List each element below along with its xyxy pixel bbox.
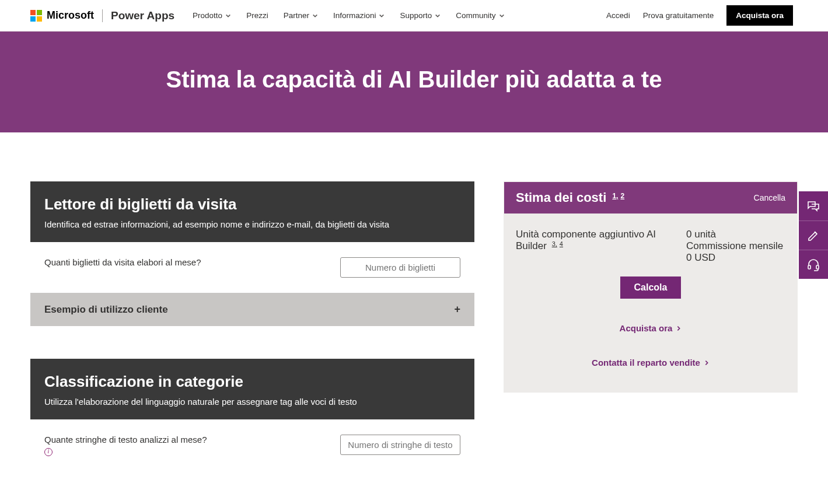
nav-item-label: Supporto [400,11,432,20]
nav-item-label: Informazioni [333,11,376,20]
clear-button[interactable]: Cancella [754,193,785,202]
nav-item-community[interactable]: Community [448,0,512,32]
headset-icon [806,258,820,272]
buy-now-header-button[interactable]: Acquista ora [726,5,793,26]
svg-rect-0 [808,265,810,269]
nav-item-label: Partner [284,11,309,20]
footnote-ref-2[interactable]: 2 [620,192,624,200]
nav-item-label: Community [456,11,495,20]
card-description: Utilizza l'elaborazione del linguaggio n… [44,397,460,407]
chevron-down-icon [312,13,318,19]
card-business-card-reader: Lettore di biglietti da visita Identific… [30,181,474,326]
chat-button[interactable] [799,191,828,220]
accordion-label: Esempio di utilizzo cliente [44,304,168,316]
calculate-button[interactable]: Calcola [620,276,682,299]
card-description: Identifica ed estrae informazioni, ad es… [44,219,460,229]
addon-unit-label: Unità componente aggiuntivo AI Builder 3… [516,229,663,264]
footnote-ref-4[interactable]: 4 [560,240,563,247]
brand-title[interactable]: Power Apps [111,9,174,22]
chevron-down-icon [379,13,385,19]
support-button[interactable] [799,250,828,279]
side-action-rail [799,191,828,279]
customer-example-accordion[interactable]: Esempio di utilizzo cliente + [30,293,474,326]
calculator-cards: Lettore di biglietti da visita Identific… [30,181,474,504]
cost-values: 0 unità Commissione mensile 0 USD [686,229,785,264]
nav-right: Accedi Prova gratuitamente Acquista ora [606,5,793,26]
cost-title: Stima dei costi 1,2 [516,190,624,205]
footnote-ref-1[interactable]: 1, [612,192,618,200]
monthly-fee-value: Commissione mensile 0 USD [686,240,785,264]
contact-sales-link[interactable]: Contatta il reparto vendite [516,358,785,368]
chat-icon [806,199,820,213]
text-strings-count-input[interactable] [340,435,460,455]
nav-item-prezzi[interactable]: Prezzi [239,0,276,32]
card-header: Classificazione in categorie Utilizza l'… [30,359,474,419]
card-title: Lettore di biglietti da visita [44,195,460,214]
buy-now-link[interactable]: Acquista ora [516,323,785,333]
buy-now-text: Acquista ora [620,323,673,333]
microsoft-text: Microsoft [47,9,94,22]
chevron-down-icon [499,13,505,19]
info-icon[interactable] [44,448,53,456]
pencil-icon [806,229,820,243]
card-question: Quante stringhe di testo analizzi al mes… [44,435,207,444]
cost-estimate-panel: Stima dei costi 1,2 Cancella Unità compo… [504,181,798,393]
top-nav: Microsoft Power Apps Prodotto Prezzi Par… [0,0,828,32]
nav-item-supporto[interactable]: Supporto [392,0,448,32]
card-header: Lettore di biglietti da visita Identific… [30,181,474,242]
cost-row: Unità componente aggiuntivo AI Builder 3… [516,229,785,264]
feedback-button[interactable] [799,220,828,250]
chevron-down-icon [225,13,231,19]
footnote-ref-3[interactable]: 3, [552,240,557,247]
addon-unit-text: Unità componente aggiuntivo AI Builder [516,229,656,251]
chevron-right-icon [704,360,710,366]
units-value: 0 unità [686,229,785,240]
nav-item-label: Prezzi [246,11,268,20]
microsoft-logo[interactable]: Microsoft [30,9,94,22]
nav-items: Prodotto Prezzi Partner Informazioni Sup… [185,0,512,32]
cost-body: Unità componente aggiuntivo AI Builder 3… [504,214,797,392]
signin-link[interactable]: Accedi [606,11,630,20]
cost-header: Stima dei costi 1,2 Cancella [504,182,797,214]
card-question: Quanti biglietti da visita elabori al me… [44,257,201,267]
card-body: Quanti biglietti da visita elabori al me… [30,242,474,293]
svg-rect-1 [816,265,819,269]
card-title: Classificazione in categorie [44,373,460,391]
nav-item-partner[interactable]: Partner [276,0,326,32]
cost-card: Stima dei costi 1,2 Cancella Unità compo… [504,181,798,393]
page-title: Stima la capacità di AI Builder più adat… [12,66,816,93]
nav-item-prodotto[interactable]: Prodotto [185,0,239,32]
question-wrapper: Quante stringhe di testo analizzi al mes… [44,435,207,459]
card-category-classification: Classificazione in categorie Utilizza l'… [30,359,474,474]
hero-banner: Stima la capacità di AI Builder più adat… [0,32,828,132]
try-free-link[interactable]: Prova gratuitamente [643,11,714,20]
nav-item-informazioni[interactable]: Informazioni [326,0,393,32]
business-cards-count-input[interactable] [340,257,460,278]
nav-item-label: Prodotto [193,11,222,20]
microsoft-logo-icon [30,10,42,22]
nav-divider [102,9,103,22]
cost-title-text: Stima dei costi [516,190,606,205]
chevron-down-icon [435,13,441,19]
plus-icon: + [454,303,460,316]
chevron-right-icon [676,326,682,331]
card-body: Quante stringhe di testo analizzi al mes… [30,419,474,474]
main-content: Lettore di biglietti da visita Identific… [0,132,828,504]
contact-sales-text: Contatta il reparto vendite [592,358,700,368]
